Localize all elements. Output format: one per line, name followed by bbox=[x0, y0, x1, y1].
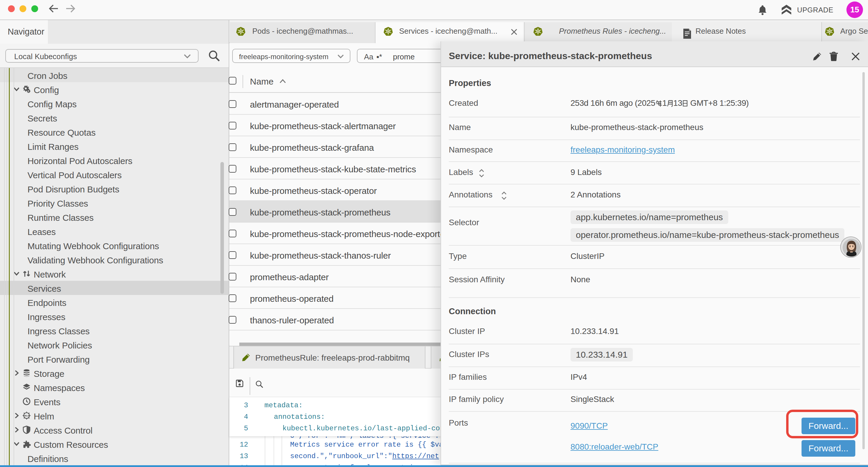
svg-text:HELM: HELM bbox=[24, 414, 30, 417]
